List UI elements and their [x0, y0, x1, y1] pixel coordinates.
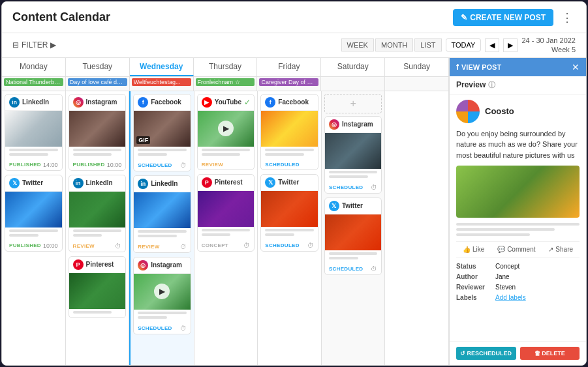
pinterest-icon: P [202, 177, 212, 188]
instagram-icon: ◎ [138, 260, 148, 271]
day-tuesday: Tuesday [66, 58, 130, 76]
header-right: ✎ CREATE NEW POST ⋮ [453, 8, 576, 27]
list-tab[interactable]: LIST [414, 38, 441, 51]
post-card[interactable]: in LinkedIn PUBLISHED 14:00 [5, 94, 63, 171]
add-labels-link[interactable]: Add labels [495, 294, 526, 301]
preview-text: Do you enjoy being surrounded by nature … [456, 128, 580, 161]
linkedin-icon: in [138, 179, 148, 189]
twitter-icon: 𝕏 [265, 177, 275, 188]
col-saturday: + ◎ Instagram SCHEDULED [322, 91, 386, 365]
post-card[interactable]: ◎ Instagram PUBLISHED 10:00 [69, 94, 127, 171]
calendar-columns: in LinkedIn PUBLISHED 14:00 [2, 91, 449, 365]
twitter-icon: 𝕏 [329, 201, 339, 211]
play-icon: ▶ [154, 284, 170, 299]
preview-panel: f VIEW POST ✕ Preview ⓘ Coosto Do you en… [449, 58, 586, 365]
facebook-icon: f [265, 97, 275, 108]
post-card[interactable]: in LinkedIn REVIEW ⏱ [69, 175, 127, 252]
post-image [69, 192, 126, 228]
create-post-button[interactable]: ✎ CREATE NEW POST [453, 9, 553, 26]
post-header: f Facebook [261, 95, 318, 111]
preview-header: f VIEW POST ✕ [450, 58, 586, 76]
events-wednesday: Weltfeuchtestag... [130, 77, 194, 91]
meta-labels: Labels Add labels [456, 294, 580, 301]
post-status: SCHEDULED ⏱ [134, 160, 191, 171]
youtube-icon: ▶ [202, 97, 212, 108]
post-status: SCHEDULED ⏱ [134, 323, 191, 334]
post-image: ▶ [134, 274, 191, 310]
reschedule-icon: ↺ [460, 350, 465, 357]
event-tag[interactable]: National Thunderbolter Day [4, 78, 63, 86]
event-tag[interactable]: Caregiver Day of Privacy [259, 78, 318, 86]
post-status: CONCEPT ⏱ [198, 240, 255, 251]
filter-button[interactable]: ⊟ FILTER ▶ [12, 40, 56, 50]
post-status: SCHEDULED ⏱ [261, 240, 318, 251]
post-card[interactable]: 𝕏 Twitter SCHEDULED ⏱ [324, 198, 382, 275]
event-tag[interactable]: Weltfeuchtestag... [132, 78, 191, 86]
post-card[interactable]: P Pinterest [69, 256, 127, 318]
chevron-right-icon: ▶ [50, 40, 56, 50]
post-card[interactable]: 𝕏 Twitter PUBLISHED 10:00 [5, 175, 63, 252]
post-image [325, 133, 382, 169]
event-tag[interactable]: Day of love café de mer [68, 78, 127, 86]
post-card[interactable]: ◎ Instagram ▶ SCHEDULED ⏱ [133, 257, 191, 334]
post-status: REVIEW [198, 160, 255, 169]
week-tab[interactable]: WEEK [341, 38, 374, 51]
main-layout: Monday Tuesday Wednesday Thursday Friday… [2, 58, 586, 365]
day-headers: Monday Tuesday Wednesday Thursday Friday… [2, 58, 449, 77]
post-card[interactable]: in LinkedIn REVIEW ⏱ [133, 175, 191, 253]
post-card[interactable]: f Facebook GIF SCHEDULED ⏱ [133, 94, 191, 171]
date-range: 24 - 30 Jan 2022 Week 5 [521, 36, 576, 55]
post-image [198, 191, 255, 227]
prev-button[interactable]: ◀ [485, 38, 499, 52]
post-image [69, 273, 126, 309]
instagram-icon: ◎ [73, 97, 84, 108]
share-icon: ↗ [548, 246, 553, 253]
day-saturday: Saturday [321, 58, 385, 76]
post-card[interactable]: P Pinterest CONCEPT ⏱ [197, 174, 255, 252]
post-header: P Pinterest [198, 175, 255, 191]
share-button[interactable]: ↗ Share [548, 246, 573, 253]
post-header: ◎ Instagram [69, 95, 126, 111]
preview-footer: ↺ RESCHEDULED 🗑 DELETE [450, 341, 586, 365]
preview-header-left: f VIEW POST [456, 63, 501, 72]
post-image [5, 192, 62, 228]
post-status: PUBLISHED 14:00 [5, 160, 62, 170]
post-card[interactable]: f Facebook SCHEDULED [260, 94, 318, 170]
post-header: P Pinterest [69, 257, 126, 273]
instagram-icon: ◎ [329, 119, 339, 130]
reschedule-button[interactable]: ↺ RESCHEDULED [456, 347, 516, 360]
close-button[interactable]: ✕ [572, 62, 580, 72]
next-button[interactable]: ▶ [503, 38, 518, 52]
day-thursday: Thursday [194, 58, 258, 76]
clock-icon: ⏱ [371, 184, 377, 191]
post-card[interactable]: ▶ YouTube ✓ ▶ REVIEW [197, 94, 255, 170]
today-button[interactable]: TODAY [446, 38, 482, 51]
post-header: 𝕏 Twitter [5, 175, 62, 192]
post-lines [325, 169, 382, 182]
col-tuesday: ◎ Instagram PUBLISHED 10:00 [66, 91, 130, 365]
month-tab[interactable]: MONTH [375, 38, 413, 51]
delete-button[interactable]: 🗑 DELETE [520, 347, 580, 360]
events-saturday [321, 77, 385, 91]
more-options-button[interactable]: ⋮ [559, 8, 576, 27]
twitter-icon: 𝕏 [9, 178, 20, 188]
post-header: ◎ Instagram [134, 257, 191, 274]
add-post-button[interactable]: + [324, 94, 382, 113]
post-header: ▶ YouTube ✓ [198, 95, 255, 111]
clock-icon: ⏱ [180, 325, 187, 332]
day-friday: Friday [257, 58, 321, 76]
like-button[interactable]: 👍 Like [463, 246, 484, 253]
post-status: REVIEW ⏱ [134, 241, 191, 252]
post-card[interactable]: ◎ Instagram SCHEDULED ⏱ [324, 116, 382, 194]
post-image [134, 192, 191, 228]
event-tag[interactable]: Fronleichnam ☆ [196, 78, 255, 86]
preview-image [456, 166, 580, 218]
post-lines [5, 228, 62, 241]
preview-actions: 👍 Like 💬 Comment ↗ Share [456, 241, 580, 257]
post-image [325, 214, 382, 250]
comment-button[interactable]: 💬 Comment [497, 246, 535, 253]
post-card[interactable]: 𝕏 Twitter SCHEDULED ⏱ [260, 174, 318, 252]
col-monday: in LinkedIn PUBLISHED 14:00 [2, 91, 66, 365]
post-lines [134, 228, 191, 241]
post-lines [69, 228, 126, 241]
